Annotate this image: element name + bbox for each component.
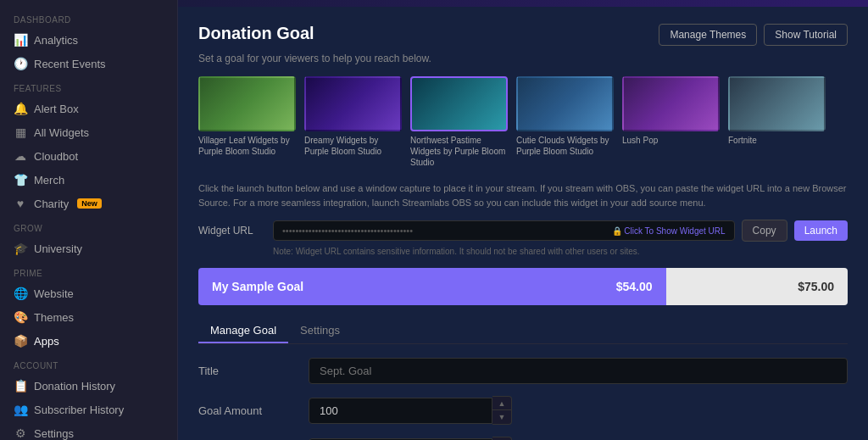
sidebar-item-recent-events-label: Recent Events — [34, 58, 106, 70]
cloudbot-icon: ☁ — [14, 149, 27, 163]
page-subtitle: Set a goal for your viewers to help you … — [198, 53, 848, 64]
sidebar-item-analytics[interactable]: 📊 Analytics — [0, 28, 177, 52]
widget-thumb-2[interactable]: Dreamy Widgets by Purple Bloom Studio — [304, 76, 402, 168]
sidebar-item-themes[interactable]: 🎨 Themes — [0, 305, 177, 329]
settings-icon: ⚙ — [14, 426, 27, 440]
sidebar-item-settings[interactable]: ⚙ Settings — [0, 421, 177, 440]
starting-amount-row: Starting Amount ▲ ▼ — [198, 437, 848, 440]
widget-thumb-img-6 — [728, 76, 826, 131]
merch-icon: 👕 — [14, 173, 27, 187]
widget-thumb-label-2: Dreamy Widgets by Purple Bloom Studio — [304, 135, 402, 157]
show-tutorial-button[interactable]: Show Tutorial — [764, 24, 848, 46]
sidebar-item-analytics-label: Analytics — [34, 34, 78, 47]
goal-total: $75.00 — [798, 280, 834, 293]
starting-amount-input-group: ▲ ▼ — [309, 437, 512, 440]
sidebar-item-cloudbot[interactable]: ☁ Cloudbot — [0, 144, 177, 168]
widget-thumbnails: Villager Leaf Widgets by Purple Bloom St… — [198, 76, 848, 168]
widget-thumb-label-3: Northwest Pastime Widgets by Purple Bloo… — [410, 135, 508, 168]
widget-thumb-img-1 — [198, 76, 296, 131]
goal-amount-input-group: ▲ ▼ — [309, 396, 512, 425]
sidebar-section-grow: Grow 🎓 University — [0, 215, 177, 260]
themes-icon: 🎨 — [14, 310, 27, 324]
recent-events-icon: 🕐 — [14, 57, 27, 70]
widget-thumb-5[interactable]: Lush Pop — [622, 76, 720, 168]
widget-url-row: Widget URL •••••••••••••••••••••••••••••… — [198, 220, 848, 242]
sidebar-item-charity[interactable]: ♥ Charity New — [0, 192, 177, 215]
goal-amount-down-arrow[interactable]: ▼ — [492, 410, 511, 424]
sidebar-item-university[interactable]: 🎓 University — [0, 237, 177, 260]
section-label-features: Features — [0, 75, 177, 97]
header-buttons: Manage Themes Show Tutorial — [659, 24, 848, 46]
page-header: Donation Goal Manage Themes Show Tutoria… — [198, 24, 848, 46]
section-label-dashboard: Dashboard — [0, 7, 177, 28]
goal-amount-input[interactable] — [309, 398, 492, 424]
widget-thumb-img-3 — [410, 76, 508, 131]
top-banner — [178, 0, 868, 7]
title-input[interactable] — [309, 358, 848, 384]
widget-thumb-3[interactable]: Northwest Pastime Widgets by Purple Bloo… — [410, 76, 508, 168]
all-widgets-icon: ▦ — [14, 125, 27, 139]
launch-button[interactable]: Launch — [794, 220, 848, 241]
sidebar-item-alert-box[interactable]: 🔔 Alert Box — [0, 97, 177, 120]
apps-icon: 📦 — [14, 334, 27, 348]
section-label-prime: Prime — [0, 260, 177, 281]
widget-thumb-img-5 — [622, 76, 720, 131]
tab-settings[interactable]: Settings — [288, 319, 352, 343]
widget-thumb-1[interactable]: Villager Leaf Widgets by Purple Bloom St… — [198, 76, 296, 168]
manage-tabs: Manage Goal Settings — [198, 319, 848, 344]
widget-thumb-label-5: Lush Pop — [622, 135, 720, 146]
donation-history-icon: 📋 — [14, 379, 27, 393]
copy-button[interactable]: Copy — [742, 220, 787, 242]
alert-box-icon: 🔔 — [14, 102, 27, 115]
section-label-account: Account — [0, 353, 177, 374]
university-icon: 🎓 — [14, 242, 27, 255]
launch-info: Click the launch button below and use a … — [198, 181, 848, 209]
widget-thumb-label-1: Villager Leaf Widgets by Purple Bloom St… — [198, 135, 296, 157]
widget-thumb-4[interactable]: Cutie Clouds Widgets by Purple Bloom Stu… — [516, 76, 614, 168]
goal-amount-up-arrow[interactable]: ▲ — [492, 397, 511, 410]
sidebar-section-features: Features 🔔 Alert Box ▦ All Widgets ☁ Clo… — [0, 75, 177, 215]
url-note: Note: Widget URL contains sensitive info… — [273, 247, 848, 256]
widget-thumb-label-4: Cutie Clouds Widgets by Purple Bloom Stu… — [516, 135, 614, 157]
sidebar: Dashboard 📊 Analytics 🕐 Recent Events Fe… — [0, 0, 178, 440]
title-row: Title — [198, 358, 848, 384]
widget-url-label: Widget URL — [198, 225, 266, 237]
sidebar-item-website[interactable]: 🌐 Website — [0, 281, 177, 305]
url-text: •••••••••••••••••••••••••••••••••••••••• — [282, 226, 607, 236]
widget-thumb-img-2 — [304, 76, 402, 131]
section-label-grow: Grow — [0, 215, 177, 237]
website-icon: 🌐 — [14, 287, 27, 300]
sidebar-item-all-widgets[interactable]: ▦ All Widgets — [0, 120, 177, 144]
tab-manage-goal[interactable]: Manage Goal — [198, 319, 288, 343]
sidebar-section-dashboard: Dashboard 📊 Analytics 🕐 Recent Events — [0, 7, 177, 75]
goal-remaining-bar: $75.00 — [666, 268, 848, 305]
goal-preview: My Sample Goal $54.00 $75.00 — [198, 268, 848, 305]
widget-thumb-img-4 — [516, 76, 614, 131]
sidebar-section-account: Account 📋 Donation History 👥 Subscriber … — [0, 353, 177, 440]
charity-icon: ♥ — [14, 197, 27, 210]
widget-url-input: ••••••••••••••••••••••••••••••••••••••••… — [273, 220, 735, 241]
goal-amount-arrows: ▲ ▼ — [492, 396, 512, 425]
goal-title: My Sample Goal — [212, 280, 303, 293]
sidebar-item-recent-events[interactable]: 🕐 Recent Events — [0, 52, 177, 75]
manage-themes-button[interactable]: Manage Themes — [659, 24, 757, 46]
goal-amount-row: Goal Amount ▲ ▼ — [198, 396, 848, 425]
analytics-icon: 📊 — [14, 33, 27, 47]
content-area: Donation Goal Manage Themes Show Tutoria… — [178, 7, 868, 440]
main-content: Donation Goal Manage Themes Show Tutoria… — [178, 0, 868, 440]
sidebar-item-apps[interactable]: 📦 Apps — [0, 329, 177, 353]
widget-thumb-6[interactable]: Fortnite — [728, 76, 826, 168]
widget-thumb-label-6: Fortnite — [728, 135, 826, 146]
goal-current: $54.00 — [616, 280, 653, 293]
starting-amount-arrows: ▲ ▼ — [492, 437, 512, 440]
sidebar-section-prime: Prime 🌐 Website 🎨 Themes 📦 Apps — [0, 260, 177, 353]
sidebar-item-merch[interactable]: 👕 Merch — [0, 168, 177, 192]
url-reveal-button[interactable]: 🔒 Click To Show Widget URL — [612, 226, 726, 236]
goal-amount-label: Goal Amount — [198, 404, 309, 417]
sidebar-item-subscriber-history[interactable]: 👥 Subscriber History — [0, 398, 177, 421]
title-label: Title — [198, 365, 309, 377]
goal-filled-bar: My Sample Goal $54.00 — [198, 268, 666, 305]
page-title: Donation Goal — [198, 24, 314, 43]
sidebar-item-donation-history[interactable]: 📋 Donation History — [0, 374, 177, 398]
charity-new-badge: New — [77, 198, 102, 209]
